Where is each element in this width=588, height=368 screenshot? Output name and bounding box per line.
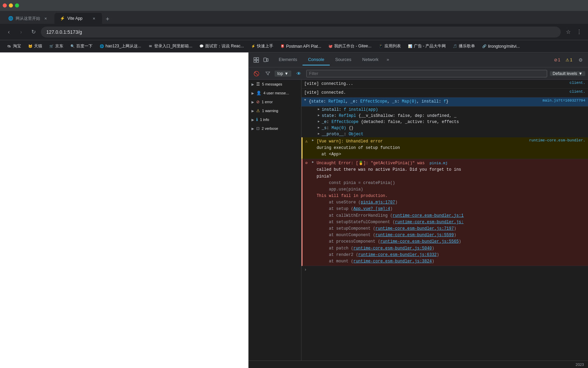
prop-install: ▶ install: f install(app) [301,107,588,113]
sidebar-item-verbose[interactable]: ▶ ⊡ 2 verbose [249,124,301,133]
devtools-tab-network[interactable]: Network [357,54,384,65]
bookmark-mail[interactable]: ✉ 登录入口_阿里邮箱... [145,42,195,50]
sidebar-item-user[interactable]: ▶ 👤 4 user messe... [249,89,301,97]
devtools-tabs: Elements Console Sources Network » [271,54,552,65]
prompt-arrow-icon: › [304,267,307,272]
object-text: {state: RefImpl, _e: EffectScope, _s: Ma… [309,98,538,105]
sidebar-item-info[interactable]: ▶ ℹ 1 info [249,115,301,124]
tab-favicon-2: ⚡ [60,16,65,21]
tab-1[interactable]: 🌐 网从这里开始 ✕ [3,13,54,24]
sidebar-label-messages: 5 messages [262,82,282,86]
reload-button[interactable]: ↻ [29,27,38,37]
more-button[interactable]: ⋮ [574,27,584,37]
state-arrow[interactable]: ▶ [318,113,320,117]
warning-badge: ⚠ 1 [564,57,574,63]
bookmark-ad[interactable]: 📊 广告 - 产品大牛网 [405,42,449,50]
devtools-tab-more[interactable]: » [384,54,392,65]
sidebar-item-warnings[interactable]: ▶ ⚠ 1 warning [249,106,301,115]
window-close-button[interactable] [3,3,7,7]
sidebar-icon-verbose: ⊡ [256,126,260,131]
sidebar-icon-error: ⊘ [256,99,260,104]
e-arrow[interactable]: ▶ [318,120,320,123]
s-arrow[interactable]: ▶ [318,126,320,129]
sidebar-item-errors[interactable]: ▶ ⊘ 1 error [249,97,301,106]
proto-arrow[interactable]: ▶ [318,132,320,136]
bookmark-gitee[interactable]: 🐙 我的工作台 - Gitee... [325,42,374,50]
object-expand-arrow[interactable]: ▼ [304,98,306,102]
error-expand-arrow[interactable]: ▶ [312,160,314,164]
bookmark-label-hao123: hao123_上网从这... [105,43,141,49]
forward-button[interactable]: › [16,27,26,37]
console-line-vue-warn: ⚠ ▶ [Vue warn]: Unhandled error during e… [301,137,588,159]
tab-close-1[interactable]: ✕ [43,16,48,21]
proto-text: __proto__: Object [322,132,363,137]
filter-toggle-button[interactable] [263,69,273,78]
window-maximize-button[interactable] [15,3,19,7]
bookmark-label-ad: 广告 - 产品大牛网 [414,43,446,49]
devtools-tab-console[interactable]: Console [303,54,330,65]
level-selector[interactable]: Default levels ▼ [550,71,585,76]
tab-2[interactable]: ⚡ Vite App ✕ [54,13,102,24]
device-toolbar-button[interactable] [261,55,271,65]
warning-count: 1 [570,58,572,62]
devtools-tab-sources[interactable]: Sources [330,54,357,65]
context-selector[interactable]: top ▼ [275,71,291,77]
console-prompt: › [301,266,588,274]
error-icon: ⊘ [554,58,557,62]
window-minimize-button[interactable] [9,3,13,7]
vue-warn-source[interactable]: runtime-core.esm-bundler. [526,138,585,142]
tab-favicon-1: 🌐 [8,16,13,21]
vite-connecting-source[interactable]: client. [567,81,585,85]
bookmark-label-tianmao: 天猫 [34,43,42,49]
tab-bar: 🌐 网从这里开始 ✕ ⚡ Vite App ✕ + [0,11,588,24]
bookmark-apps[interactable]: 📱 应用列表 [376,42,404,50]
bookmark-button[interactable]: ☆ [564,27,573,37]
bookmark-icon-quickstart: ⚡ [251,44,256,49]
filter-input[interactable] [306,70,547,77]
bookmark-label-react: 面试官：说说 Reac... [205,43,244,49]
level-label: Default levels [553,71,577,76]
warn-expand-arrow[interactable]: ▶ [312,138,314,142]
bookmark-icon-baidu: 🔍 [70,44,75,49]
s-text: _s: Map(0) {} [322,126,354,131]
bookmark-github[interactable]: 🔗 lirongtong/miitvi... [479,43,522,50]
back-button[interactable]: ‹ [4,27,14,37]
bookmark-baidu[interactable]: 🔍 百度一下 [67,42,95,50]
clear-console-button[interactable]: 🚫 [251,69,261,78]
bookmark-hao123[interactable]: 🌐 hao123_上网从这... [97,42,144,50]
address-bar: ‹ › ↻ ☆ ⋮ [0,24,588,40]
address-actions: ☆ ⋮ [564,27,584,37]
inspect-element-button[interactable] [251,55,261,65]
vite-connected-source[interactable]: client. [567,90,585,94]
settings-button[interactable]: ⚙ [576,55,585,65]
install-arrow[interactable]: ▶ [318,107,320,111]
bookmark-music[interactable]: 🎵 播乐歌单 [450,42,478,50]
bookmark-taobao[interactable]: 🛍 淘宝 [4,42,24,50]
svg-rect-3 [257,60,259,62]
console-sidebar: ▶ ☰ 5 messages ▶ 👤 4 user messe... ▶ ⊘ 1… [249,80,301,361]
sidebar-arrow-info: ▶ [251,118,254,122]
bookmark-label-baidu: 百度一下 [76,43,93,49]
sidebar-icon-info: ℹ [256,117,258,122]
sidebar-label-errors: 1 error [262,100,273,104]
warning-icon: ⚠ [566,58,569,62]
object-source[interactable]: main.js?t=169327794 [540,98,585,103]
address-input[interactable] [41,27,561,37]
bookmark-tianmao[interactable]: 🐱 天猫 [25,42,45,50]
bookmarks-bar: 🛍 淘宝 🐱 天猫 🛒 京东 🔍 百度一下 🌐 hao123_上网从这... ✉… [0,40,588,52]
bookmark-quickstart[interactable]: ⚡ 快速上手 [248,42,276,50]
bookmark-react[interactable]: 💬 面试官：说说 Reac... [196,42,246,50]
title-bar [0,0,588,11]
bookmark-jd[interactable]: 🛒 京东 [46,42,66,50]
devtools-tab-elements[interactable]: Elements [273,54,303,65]
eye-button[interactable]: 👁 [294,69,304,78]
bookmark-label-music: 播乐歌单 [459,43,475,49]
bookmark-postman[interactable]: 📮 Postman API Plat... [277,43,324,50]
bookmark-icon-gitee: 🐙 [328,44,333,49]
status-bar: 2023 [249,361,588,368]
bookmark-label-gitee: 我的工作台 - Gitee... [334,43,371,49]
tab-close-2[interactable]: ✕ [91,16,97,21]
sidebar-item-messages[interactable]: ▶ ☰ 5 messages [249,80,301,89]
svg-rect-0 [254,58,256,60]
new-tab-button[interactable]: + [103,14,112,24]
